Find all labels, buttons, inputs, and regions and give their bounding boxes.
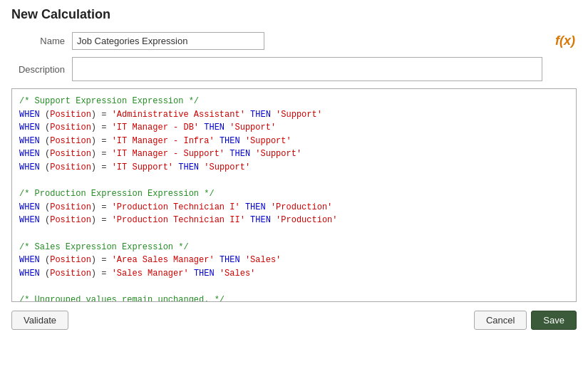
- validate-button[interactable]: Validate: [11, 311, 68, 330]
- code-editor[interactable]: /* Support Expression Expression */ WHEN…: [12, 89, 563, 301]
- fx-icon: f(x): [555, 33, 577, 48]
- main-container: New Calculation Name f(x) Description /*…: [0, 0, 588, 344]
- name-input[interactable]: [72, 32, 264, 50]
- footer-row: Validate Cancel Save: [11, 311, 577, 333]
- description-label: Description: [11, 64, 72, 75]
- save-button[interactable]: Save: [531, 311, 577, 330]
- description-input[interactable]: [72, 57, 542, 81]
- name-label: Name: [11, 36, 72, 46]
- code-area-wrapper: /* Support Expression Expression */ WHEN…: [11, 88, 577, 302]
- page-title: New Calculation: [11, 7, 577, 22]
- right-buttons: Cancel Save: [474, 311, 577, 330]
- cancel-button[interactable]: Cancel: [474, 311, 527, 330]
- name-row: Name f(x): [11, 32, 577, 50]
- description-row: Description: [11, 57, 577, 81]
